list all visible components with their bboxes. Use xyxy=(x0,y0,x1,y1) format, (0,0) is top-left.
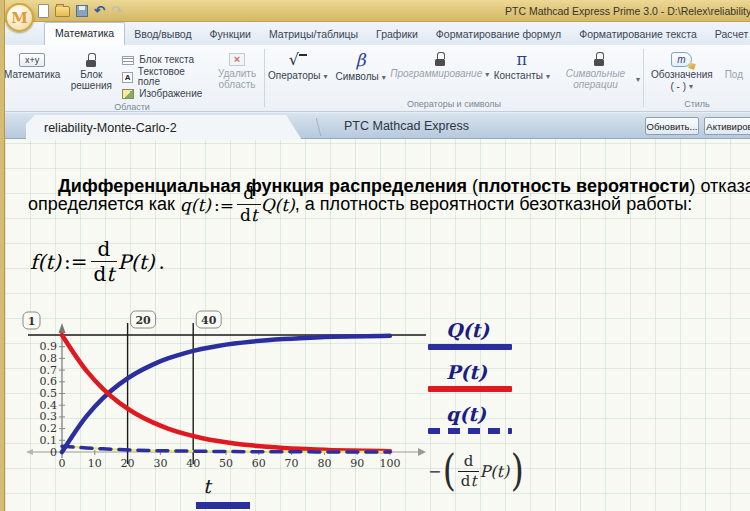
chevron-down-icon: ▾ xyxy=(636,75,640,84)
image-icon xyxy=(122,89,134,99)
symbols-button[interactable]: β Символы▾ xyxy=(332,48,388,85)
legend-entry-derivative[interactable]: −(ddtP(t)) xyxy=(428,451,588,491)
ribbon-tab-formatirovanie-formul[interactable]: Форматирование формул xyxy=(427,24,570,45)
pi-icon: π xyxy=(517,52,528,68)
open-document-icon[interactable] xyxy=(55,6,70,17)
chevron-down-icon: ▾ xyxy=(689,82,693,91)
solve-block-label: Блок решения xyxy=(68,70,114,91)
ribbon-group-operators: √ Операторы▾ β Символы▾ Программирование… xyxy=(265,45,643,111)
constants-label: Константы xyxy=(494,71,543,82)
ribbon-group-style: m Обозначения ( - )▾ Под Стиль xyxy=(644,45,750,111)
ribbon-tab-raschet[interactable]: Расчет xyxy=(706,24,750,45)
text-box-button[interactable]: A Текстовое поле xyxy=(118,69,210,85)
svg-text:1: 1 xyxy=(28,315,36,328)
x-axis-label[interactable]: t xyxy=(203,475,211,497)
ribbon-tab-grafiki[interactable]: Графики xyxy=(367,24,427,45)
svg-text:0: 0 xyxy=(59,457,66,470)
text-block-label: Блок текста xyxy=(139,55,194,66)
delete-area-label: Удалить область xyxy=(214,69,260,90)
svg-text:40: 40 xyxy=(201,314,217,327)
svg-text:0.6: 0.6 xyxy=(40,375,58,388)
legend-label-Q: Q(t) xyxy=(446,319,588,341)
undo-icon[interactable]: ↶ xyxy=(94,4,105,18)
math-lhs: q(t) xyxy=(180,195,211,215)
operators-button[interactable]: √ Операторы▾ xyxy=(265,48,330,84)
math-region-icon: x+y xyxy=(19,53,45,67)
ribbon-tab-vvod-vyvod[interactable]: Ввод/вывод xyxy=(125,24,200,45)
save-icon[interactable] xyxy=(76,5,88,17)
update-button[interactable]: Обновить... xyxy=(645,117,699,135)
ribbon-tab-formatirovanie-teksta[interactable]: Форматирование текста xyxy=(570,24,706,45)
beta-icon: β xyxy=(356,52,366,69)
svg-text:0.9: 0.9 xyxy=(40,340,58,353)
svg-text:0.3: 0.3 xyxy=(40,410,58,423)
labels-button[interactable]: m Обозначения ( - )▾ xyxy=(648,48,716,94)
svg-text:0.7: 0.7 xyxy=(40,364,58,377)
labels-value: ( - ) xyxy=(671,82,687,93)
math-region-label: Математика xyxy=(4,70,60,81)
lock-icon xyxy=(435,52,445,66)
assign-operator: := xyxy=(61,250,91,274)
new-document-icon[interactable] xyxy=(38,4,49,18)
ribbon-tab-matricy-tablicy[interactable]: Матрицы/таблицы xyxy=(260,24,367,45)
fraction: ddt xyxy=(91,239,118,284)
constants-button[interactable]: π Константы▾ xyxy=(491,48,553,84)
document-tab-bar: reliability-Monte-Carlo-2 PTC Mathcad Ex… xyxy=(0,112,750,139)
operators-label: Операторы xyxy=(268,71,320,82)
group-label-operators: Операторы и символы xyxy=(265,99,643,111)
paragraph-line2[interactable]: определяется как q(t):=ddtQ(t), а плотно… xyxy=(28,185,692,224)
formula-f-region[interactable]: f(t) := ddt P(t) . xyxy=(30,239,165,284)
svg-text:100: 100 xyxy=(380,457,401,470)
title-bar: ↶ ↷ PTC Mathcad Express Prime 3.0 - D:\R… xyxy=(0,0,750,22)
svg-text:30: 30 xyxy=(153,457,167,470)
worksheet[interactable]: Дифференциальная функция распределения (… xyxy=(0,139,750,511)
period: . xyxy=(155,250,165,274)
image-label: Изображение xyxy=(139,89,202,100)
document-tab-active[interactable]: reliability-Monte-Carlo-2 xyxy=(26,115,302,140)
plot-legend: Q(t) P(t) q(t) −(ddtP(t)) xyxy=(428,319,588,491)
activate-button[interactable]: Активирова xyxy=(704,117,750,135)
symbolic-operations-button: Символьные операции▾ xyxy=(555,48,643,92)
fraction-denominator: dt xyxy=(237,204,261,224)
assign-operator: := xyxy=(211,195,237,215)
image-button[interactable]: Изображение xyxy=(118,86,210,102)
x-axis-expression-underline xyxy=(196,502,250,509)
window-title: PTC Mathcad Express Prime 3.0 - D:\Relex… xyxy=(505,5,750,17)
svg-text:0: 0 xyxy=(50,446,57,459)
left-paren: ( xyxy=(443,451,456,491)
programming-label: Программирование xyxy=(390,69,482,80)
mathcad-app-button[interactable]: M xyxy=(5,3,34,32)
legend-swatch-q xyxy=(428,428,512,434)
svg-text:70: 70 xyxy=(285,457,299,470)
svg-text:60: 60 xyxy=(252,457,266,470)
ribbon-tab-funkcii[interactable]: Функции xyxy=(201,24,260,45)
svg-text:50: 50 xyxy=(219,457,233,470)
svg-text:20: 20 xyxy=(135,314,151,327)
ribbon-tab-matematika[interactable]: Математика xyxy=(44,22,125,45)
text-tail: ) отказа xyxy=(690,176,750,196)
solve-block-button[interactable]: Блок решения xyxy=(64,48,118,93)
legend-entry-q[interactable]: q(t) xyxy=(428,403,588,445)
chevron-down-icon: ▾ xyxy=(382,73,386,82)
svg-text:0.2: 0.2 xyxy=(40,422,58,435)
math-rhs: Q(t) xyxy=(261,195,295,215)
svg-text:0.4: 0.4 xyxy=(40,399,58,412)
radical-icon: √ xyxy=(289,52,307,68)
xy-plot[interactable]: 01020304050607080901000.10.20.30.40.50.6… xyxy=(22,307,434,473)
document-tab-inactive[interactable]: PTC Mathcad Express xyxy=(344,119,469,133)
redo-icon: ↷ xyxy=(111,4,122,18)
programming-button: Программирование▾ xyxy=(391,48,489,82)
delete-area-icon: × xyxy=(229,53,245,66)
math-rhs: P(t) xyxy=(479,462,509,481)
ribbon-group-areas: x+y Математика Блок решения Блок текста … xyxy=(0,45,264,111)
math-region-button[interactable]: x+y Математика xyxy=(0,48,64,83)
inline-formula-q[interactable]: q(t):=ddtQ(t) xyxy=(180,185,295,224)
symbolic-operations-label: Символьные операции xyxy=(558,69,633,90)
window-left-border xyxy=(0,0,5,511)
math-rhs: P(t) xyxy=(117,250,154,274)
legend-label-q: q(t) xyxy=(446,403,588,425)
legend-entry-P[interactable]: P(t) xyxy=(428,361,588,403)
legend-entry-Q[interactable]: Q(t) xyxy=(428,319,588,361)
svg-text:0.5: 0.5 xyxy=(40,387,58,400)
right-paren: ) xyxy=(511,451,524,491)
